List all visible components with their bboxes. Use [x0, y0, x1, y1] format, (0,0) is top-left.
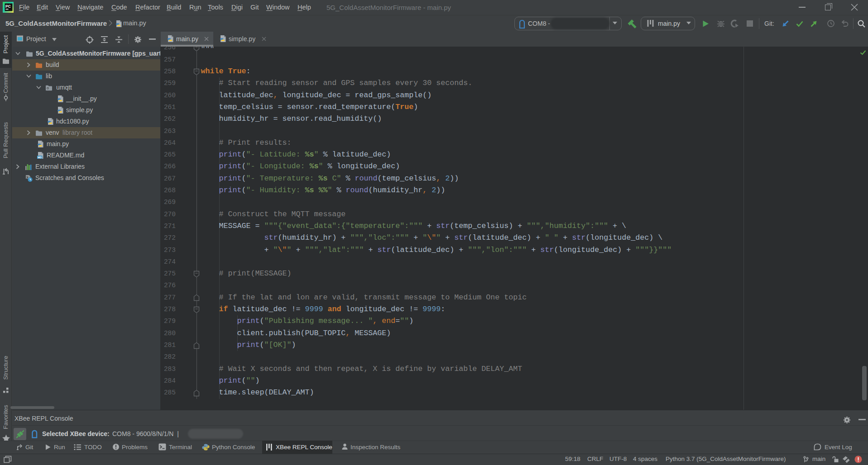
svg-text:MD: MD: [38, 156, 42, 159]
